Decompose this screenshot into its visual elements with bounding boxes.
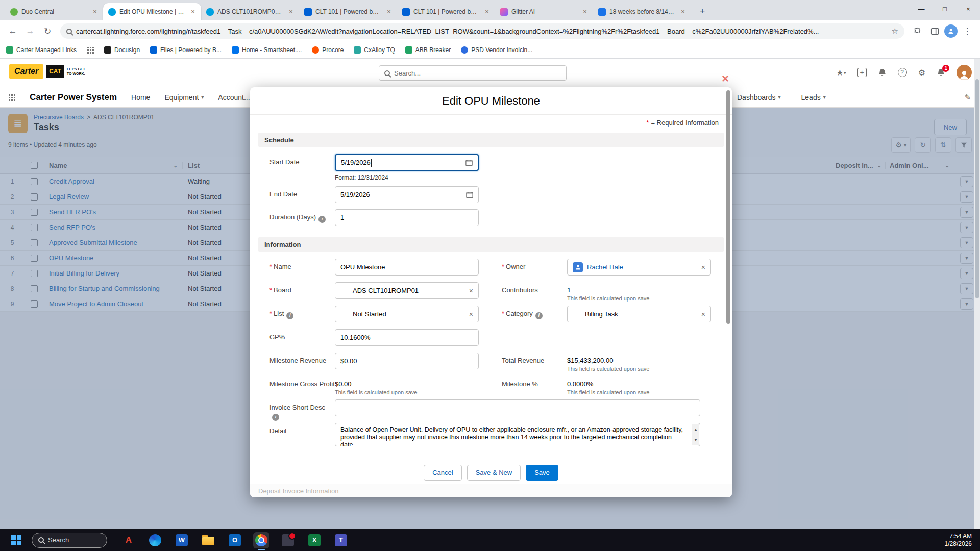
chat-app-icon[interactable] (280, 532, 296, 548)
tab-close-icon[interactable]: × (189, 8, 197, 16)
remove-owner-icon[interactable]: × (697, 263, 705, 271)
tab-close-icon[interactable]: × (581, 8, 589, 16)
tab-duo-central[interactable]: Duo Central × (5, 3, 103, 20)
cancel-button[interactable]: Cancel (424, 465, 461, 481)
detail-textarea[interactable]: Balance of Open Power Unit. Delivery of … (335, 423, 700, 446)
nav-item-home[interactable]: Home (131, 93, 150, 102)
quick-create-icon[interactable]: + (857, 68, 867, 77)
page-scrollbar[interactable] (974, 59, 980, 529)
notifications-bell-icon[interactable]: 1 (937, 68, 945, 77)
modal-scrollbar-thumb[interactable] (726, 90, 730, 324)
scrollbar-thumb[interactable] (975, 79, 979, 298)
tab-box-2[interactable]: CLT 101 | Powered by Box × (397, 3, 495, 20)
refresh-button[interactable]: ↻ (40, 23, 55, 39)
end-date-input[interactable]: 5/19/2026 (335, 186, 479, 203)
tab-box-1[interactable]: CLT 101 | Powered by Box × (299, 3, 397, 20)
duration-input[interactable]: 1 (335, 209, 479, 226)
excel-icon[interactable]: X (306, 532, 323, 548)
teams-icon[interactable]: T (333, 532, 349, 548)
apps-grid-icon[interactable] (87, 46, 94, 54)
url-text[interactable]: cartercat.lightning.force.com/lightning/… (76, 28, 884, 35)
outlook-icon[interactable]: O (227, 532, 243, 548)
help-icon[interactable]: ? (898, 68, 907, 77)
forward-button[interactable]: → (22, 23, 38, 39)
tab-close-icon[interactable]: × (91, 8, 99, 16)
bookmark-carter-managed-links[interactable]: Carter Managed Links (6, 46, 77, 54)
modal-close-button[interactable]: × (722, 72, 729, 85)
nav-item-leads[interactable]: Leads▾ (801, 93, 826, 102)
board-input[interactable]: ADS CLT101ROMP01 × (335, 282, 479, 299)
back-button[interactable]: ← (5, 23, 20, 39)
setup-gear-icon[interactable]: ⚙ (918, 68, 925, 78)
taskbar-clock[interactable]: 7:54 AM 1/28/2026 (945, 533, 980, 548)
edge-icon[interactable] (147, 532, 163, 548)
word-icon[interactable]: W (174, 532, 190, 548)
invoice-short-desc-input[interactable] (335, 399, 700, 416)
maximize-button[interactable]: □ (933, 0, 957, 17)
site-info-icon[interactable] (66, 29, 72, 34)
tab-close-icon[interactable]: × (287, 8, 295, 16)
nav-item-account[interactable]: Account... (218, 93, 250, 102)
bookmark-docusign[interactable]: Docusign (104, 46, 140, 54)
calendar-icon[interactable] (465, 159, 473, 166)
history-bell-icon[interactable] (878, 68, 887, 77)
file-explorer-icon[interactable] (200, 532, 216, 548)
tab-close-icon[interactable]: × (385, 8, 393, 16)
taskbar-search[interactable] (32, 533, 107, 548)
global-search-box[interactable] (379, 65, 567, 81)
tab-google[interactable]: 18 weeks before 8/14/26 - Goo... × (593, 3, 691, 20)
bookmark-box-files[interactable]: Files | Powered by B... (150, 46, 222, 54)
info-icon[interactable]: i (272, 414, 279, 421)
owner-input[interactable]: Rachel Hale × (567, 259, 711, 276)
category-input[interactable]: Billing Task × (567, 306, 711, 322)
bookmark-star-icon[interactable]: ☆ (888, 27, 902, 36)
list-input[interactable]: Not Started × (335, 306, 479, 322)
save-and-new-button[interactable]: Save & New (467, 465, 521, 481)
taskbar-search-input[interactable] (48, 536, 101, 544)
bookmark-smartsheet[interactable]: Home - Smartsheet.... (232, 46, 302, 54)
app-launcher-icon[interactable] (8, 94, 15, 101)
scroll-up-icon[interactable]: ▲ (694, 424, 698, 435)
minimize-button[interactable]: — (910, 0, 933, 17)
bookmark-abb-breaker[interactable]: ABB Breaker (405, 46, 451, 54)
logo-tagline: LET'S GET TO WORK. (67, 67, 90, 76)
start-date-input[interactable]: 5/19/2026 (335, 154, 479, 171)
tab-edit-opu-milestone[interactable]: Edit OPU Milestone | Salesforce × (103, 3, 201, 20)
window-close-button[interactable]: × (957, 0, 980, 17)
start-button[interactable] (11, 535, 21, 545)
browser-menu-kebab[interactable]: ⋮ (960, 23, 975, 39)
info-icon[interactable]: i (318, 216, 326, 223)
tab-close-icon[interactable]: × (483, 8, 491, 16)
nav-item-dashboards[interactable]: Dashboards▾ (737, 93, 781, 102)
side-panel-icon[interactable] (927, 23, 942, 39)
new-tab-button[interactable]: + (695, 4, 709, 18)
bookmark-psd-vendor[interactable]: PSD Vendor Invoicin... (461, 46, 532, 54)
milestone-revenue-input[interactable]: $0.00 (335, 353, 479, 369)
tab-close-icon[interactable]: × (679, 8, 687, 16)
info-icon[interactable]: i (535, 312, 543, 319)
acrobat-icon[interactable]: A (120, 532, 137, 548)
global-search-input[interactable] (394, 69, 561, 77)
info-icon[interactable]: i (286, 312, 293, 319)
favorites-star-icon[interactable]: ★▾ (836, 68, 846, 78)
edit-nav-pencil-icon[interactable]: ✎ (964, 93, 971, 102)
extensions-puzzle-icon[interactable] (910, 23, 925, 39)
url-box[interactable]: cartercat.lightning.force.com/lightning/… (60, 23, 904, 39)
tab-opportunity[interactable]: ADS CLT101ROMP01 | Opportu... × (201, 3, 299, 20)
calendar-icon[interactable] (466, 191, 473, 198)
scroll-down-icon[interactable]: ▼ (694, 435, 698, 445)
gp-input[interactable]: 10.1600% (335, 329, 479, 346)
chrome-icon[interactable] (253, 532, 270, 548)
remove-list-icon[interactable]: × (465, 310, 473, 318)
nav-item-equipment[interactable]: Equipment▾ (164, 93, 204, 102)
name-input[interactable]: OPU Milestone (335, 259, 479, 276)
remove-board-icon[interactable]: × (465, 287, 473, 295)
save-button[interactable]: Save (526, 465, 558, 481)
remove-category-icon[interactable]: × (697, 310, 705, 318)
bookmark-procore[interactable]: Procore (312, 46, 344, 54)
bookmark-cxalloy[interactable]: CxAlloy TQ (354, 46, 395, 54)
textarea-scrollbar[interactable]: ▲ ▼ (692, 424, 699, 445)
browser-profile-avatar[interactable] (944, 24, 958, 38)
tab-glitter-ai[interactable]: Glitter AI × (495, 3, 593, 20)
user-avatar[interactable] (957, 65, 972, 80)
